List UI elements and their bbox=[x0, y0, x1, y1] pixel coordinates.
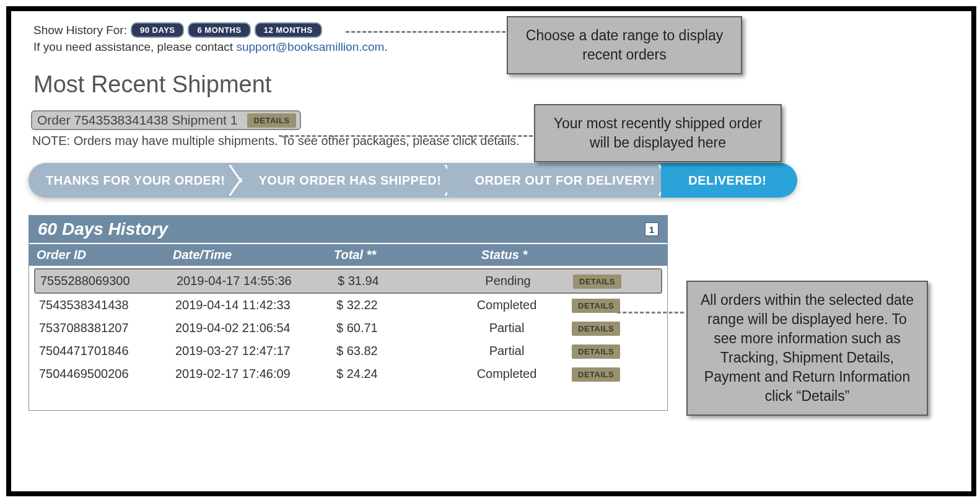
cell-status: Completed bbox=[442, 298, 572, 312]
cell-order-id: 7555288069300 bbox=[40, 274, 177, 288]
connector-line bbox=[346, 31, 505, 33]
cell-order-id: 7537088381207 bbox=[39, 321, 175, 335]
connector-line bbox=[617, 312, 684, 314]
callout-date-range: Choose a date range to display recent or… bbox=[507, 16, 742, 74]
table-row: 75044717018462019-03-27 12:47:17$ 63.82P… bbox=[34, 340, 662, 362]
shipment-details-button[interactable]: DETAILS bbox=[247, 113, 295, 128]
cell-order-id: 7543538341438 bbox=[39, 298, 175, 312]
cell-order-id: 7504469500206 bbox=[39, 367, 175, 381]
table-row: 75370883812072019-04-02 21:06:54$ 60.71P… bbox=[34, 317, 662, 340]
cell-datetime: 2019-02-17 17:46:09 bbox=[175, 367, 336, 381]
page-title: Most Recent Shipment bbox=[33, 71, 954, 98]
cell-datetime: 2019-04-14 11:42:33 bbox=[175, 298, 336, 312]
col-datetime: Date/Time bbox=[173, 248, 334, 262]
step-label: DELIVERED! bbox=[688, 173, 766, 188]
row-details-button[interactable]: DETAILS bbox=[572, 344, 620, 359]
history-filter-label: Show History For: bbox=[33, 24, 127, 37]
step-shipped: YOUR ORDER HAS SHIPPED! bbox=[232, 163, 464, 198]
row-details-button[interactable]: DETAILS bbox=[572, 299, 620, 313]
cell-total: $ 63.82 bbox=[336, 344, 442, 358]
row-details-button[interactable]: DETAILS bbox=[572, 367, 620, 382]
assistance-prefix: If you need assistance, please contact bbox=[33, 40, 236, 53]
col-status: Status * bbox=[439, 248, 569, 262]
order-history-panel: 60 Days History 1 Order ID Date/Time Tot… bbox=[28, 215, 668, 411]
cell-datetime: 2019-04-17 14:55:36 bbox=[177, 274, 338, 288]
assistance-suffix: . bbox=[384, 40, 387, 53]
callout-recent-order: Your most recently shipped order will be… bbox=[534, 104, 782, 162]
history-page-1[interactable]: 1 bbox=[645, 222, 658, 236]
step-out-for-delivery: ORDER OUT FOR DELIVERY! bbox=[447, 163, 677, 198]
history-title: 60 Days History bbox=[38, 219, 168, 239]
support-email-link[interactable]: support@booksamillion.com bbox=[236, 40, 384, 53]
cell-status: Partial bbox=[442, 344, 572, 358]
table-row: 75044695002062019-02-17 17:46:09$ 24.24C… bbox=[34, 362, 662, 385]
assistance-text: If you need assistance, please contact s… bbox=[33, 40, 954, 54]
shipment-progress: THANKS FOR YOUR ORDER! YOUR ORDER HAS SH… bbox=[28, 163, 954, 198]
row-details-button[interactable]: DETAILS bbox=[573, 274, 621, 289]
step-label: ORDER OUT FOR DELIVERY! bbox=[475, 173, 655, 188]
col-total: Total ** bbox=[334, 248, 439, 262]
step-delivered: DELIVERED! bbox=[661, 163, 797, 198]
cell-total: $ 24.24 bbox=[336, 367, 442, 381]
filter-6-months[interactable]: 6 MONTHS bbox=[188, 22, 250, 38]
cell-total: $ 31.94 bbox=[338, 274, 443, 288]
cell-status: Completed bbox=[442, 367, 572, 381]
cell-datetime: 2019-04-02 21:06:54 bbox=[175, 321, 336, 335]
table-row: 75435383414382019-04-14 11:42:33$ 32.22C… bbox=[34, 294, 662, 317]
filter-12-months[interactable]: 12 MONTHS bbox=[255, 22, 322, 38]
callout-order-list: All orders within the selected date rang… bbox=[686, 281, 928, 416]
cell-status: Pending bbox=[443, 274, 573, 288]
cell-total: $ 32.22 bbox=[336, 298, 442, 312]
history-header-row: Order ID Date/Time Total ** Status * bbox=[29, 243, 667, 266]
recent-shipment-text: Order 7543538341438 Shipment 1 bbox=[37, 113, 237, 128]
recent-shipment-summary: Order 7543538341438 Shipment 1 DETAILS bbox=[31, 110, 301, 130]
cell-datetime: 2019-03-27 12:47:17 bbox=[175, 344, 336, 358]
row-details-button[interactable]: DETAILS bbox=[572, 322, 620, 336]
cell-order-id: 7504471701846 bbox=[39, 344, 175, 358]
cell-status: Partial bbox=[442, 321, 572, 335]
cell-total: $ 60.71 bbox=[336, 321, 442, 335]
step-label: YOUR ORDER HAS SHIPPED! bbox=[259, 173, 442, 188]
table-row: 75552880693002019-04-17 14:55:36$ 31.94P… bbox=[34, 268, 662, 294]
col-order-id: Order ID bbox=[37, 248, 173, 262]
step-thanks: THANKS FOR YOUR ORDER! bbox=[28, 163, 248, 198]
step-label: THANKS FOR YOUR ORDER! bbox=[46, 173, 225, 188]
filter-90-days[interactable]: 90 DAYS bbox=[131, 22, 185, 38]
connector-line bbox=[279, 135, 533, 137]
